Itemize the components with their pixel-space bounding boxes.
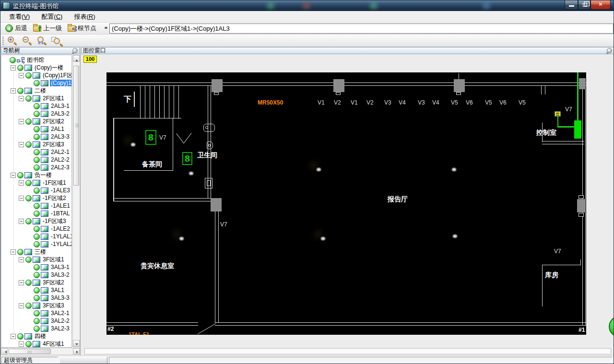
- tree-node[interactable]: ☞ 2F区域1: [1, 94, 71, 102]
- minimize-button[interactable]: [565, 0, 578, 10]
- menu-label: 报表(: [74, 13, 88, 20]
- outlet-box: [579, 195, 584, 199]
- expand-toggle[interactable]: [19, 341, 24, 347]
- scroll-left-button[interactable]: [1, 348, 8, 354]
- scrollbar-thumb[interactable]: [73, 66, 79, 186]
- tree-node[interactable]: ☞ 3AL3-1: [1, 263, 71, 271]
- zoom-fit-button[interactable]: [51, 35, 62, 46]
- tree-node[interactable]: ☞ -1F区域2: [1, 194, 71, 202]
- tree-node[interactable]: ☞ -1YLAL1: [1, 233, 71, 240]
- circuit-label: V2: [366, 99, 374, 106]
- wall-segment: [198, 323, 216, 334]
- expand-toggle[interactable]: [19, 180, 24, 186]
- light-switch-sensor-icon[interactable]: 8: [182, 152, 192, 165]
- tree-node[interactable]: ☞ 3AL3-3: [1, 294, 71, 302]
- toolbar-grip[interactable]: [2, 36, 4, 45]
- expand-toggle[interactable]: [19, 73, 24, 78]
- menu-report[interactable]: 报表(R): [69, 12, 100, 22]
- menu-view[interactable]: 查看(V): [4, 12, 35, 22]
- expand-toggle[interactable]: [19, 280, 24, 285]
- scrollbar-thumb[interactable]: [9, 349, 51, 354]
- menu-config[interactable]: 配置(C): [36, 12, 67, 22]
- light-bulb-icon[interactable]: [314, 165, 330, 188]
- scroll-up-button[interactable]: [73, 55, 80, 62]
- tree-node[interactable]: ☞ (Copy)1F区域1: [1, 71, 71, 79]
- tree-node[interactable]: ☞ 3AL3-2: [1, 271, 71, 279]
- tree-node[interactable]: ☞ 3AL2-3: [1, 325, 71, 332]
- tree-node[interactable]: ☞ 图书馆: [1, 56, 71, 64]
- scroll-right-button[interactable]: [73, 348, 80, 354]
- tree-node[interactable]: ☞ 3AL1: [1, 286, 71, 294]
- light-bulb-icon[interactable]: [128, 141, 144, 163]
- scroll-down-button[interactable]: [73, 340, 80, 347]
- up-level-button[interactable]: 上一级: [30, 23, 65, 34]
- relay-device-icon[interactable]: [555, 111, 561, 117]
- tree-node[interactable]: ☞ 3F区域1: [1, 256, 71, 263]
- tree-node[interactable]: ☞ 2AL2-2: [1, 156, 71, 164]
- controller-cabinet[interactable]: [574, 120, 581, 139]
- light-bulb-icon[interactable]: [177, 235, 193, 257]
- tree-node[interactable]: ☞ -1ALE1: [1, 202, 71, 210]
- expand-toggle[interactable]: [11, 88, 16, 94]
- light-bulb-icon[interactable]: [186, 169, 202, 191]
- tree-node[interactable]: ☞ 3F区域3: [1, 302, 71, 309]
- zoom-out-button[interactable]: −: [21, 35, 33, 46]
- pin-icon[interactable]: [72, 48, 78, 53]
- tree-vertical-scrollbar[interactable]: [72, 55, 80, 347]
- tree-node[interactable]: ☞ -1F区域3: [1, 217, 71, 225]
- expand-toggle[interactable]: [19, 257, 24, 262]
- tree-node[interactable]: ☞ 2AL1: [1, 125, 71, 133]
- tree-horizontal-scrollbar[interactable]: [0, 348, 80, 355]
- floor-plan-canvas[interactable]: 88: [106, 72, 586, 335]
- tree-node[interactable]: ☞ 2F区域2: [1, 117, 71, 125]
- tree-node[interactable]: ☞ -1F区域1: [1, 179, 71, 187]
- back-button[interactable]: 后退: [2, 23, 30, 34]
- tree-node[interactable]: ☞ -1YLAL2: [1, 240, 71, 248]
- tree-node[interactable]: ☞ 4F区域1: [1, 340, 71, 348]
- expand-toggle[interactable]: [11, 173, 16, 178]
- light-switch-sensor-icon[interactable]: 8: [145, 130, 156, 145]
- maximize-button[interactable]: [578, 0, 590, 10]
- node-type-icon: ☞: [41, 241, 48, 247]
- breadcrumb-path-field[interactable]: (Copy)一楼->(Copy)1F区域1->(Copy)1AL3: [109, 23, 614, 34]
- tree-node[interactable]: ☞ 3AL2-1: [1, 309, 71, 317]
- toolbar-overflow-handle[interactable]: [103, 23, 108, 33]
- tree-node[interactable]: ☞ 四楼: [1, 332, 71, 340]
- tree-node[interactable]: ☞ 2AL2-3: [1, 164, 71, 171]
- tree-node[interactable]: ☞ 负一楼: [1, 171, 71, 179]
- root-node-button[interactable]: 根节点: [65, 23, 99, 34]
- node-type-icon: ☞: [41, 164, 48, 171]
- tree-node[interactable]: ☞ -1BTAL: [1, 210, 71, 217]
- zoom-in-button[interactable]: +: [6, 35, 18, 46]
- wall-segment: [124, 170, 173, 171]
- tree-node[interactable]: ☞ 2AL2-1: [1, 148, 71, 156]
- tree-node[interactable]: ☞ 2AL3-2: [1, 110, 71, 117]
- tree-node[interactable]: ☞ 2F区域3: [1, 141, 71, 148]
- expand-toggle[interactable]: [19, 96, 24, 101]
- expand-toggle[interactable]: [19, 303, 24, 308]
- floating-status-button[interactable]: [609, 316, 614, 337]
- tree-node[interactable]: ☞ (Copy)1AL3: [1, 79, 71, 87]
- tree-node[interactable]: ☞ 3AL2-2: [1, 317, 71, 325]
- expand-toggle[interactable]: [11, 65, 16, 70]
- expand-toggle[interactable]: [19, 119, 24, 124]
- tree-node[interactable]: ☞ 2AL3-3: [1, 133, 71, 141]
- tree-node[interactable]: ☞ -1ALE2: [1, 225, 71, 233]
- light-bulb-icon[interactable]: [450, 232, 466, 254]
- expand-toggle[interactable]: [19, 196, 24, 201]
- tree-node[interactable]: ☞ 3F区域2: [1, 279, 71, 286]
- close-button[interactable]: ×: [590, 0, 611, 10]
- tree-node[interactable]: ☞ 三楼: [1, 248, 71, 256]
- light-bulb-icon[interactable]: [449, 165, 465, 188]
- expand-toggle[interactable]: [19, 142, 24, 147]
- tree-node[interactable]: ☞ -1ALE3: [1, 187, 71, 194]
- expand-toggle[interactable]: [11, 334, 16, 339]
- tree-node[interactable]: ☞ (Copy)一楼: [1, 64, 71, 71]
- pin-icon[interactable]: [607, 48, 612, 53]
- tree-node[interactable]: ☞ 二楼: [1, 87, 71, 94]
- light-bulb-icon[interactable]: [318, 235, 334, 257]
- expand-toggle[interactable]: [11, 249, 16, 255]
- zoom-actual-size-button[interactable]: 1:1: [36, 35, 47, 46]
- expand-toggle[interactable]: [19, 219, 24, 224]
- tree-node[interactable]: ☞ 2AL3-1: [1, 102, 71, 110]
